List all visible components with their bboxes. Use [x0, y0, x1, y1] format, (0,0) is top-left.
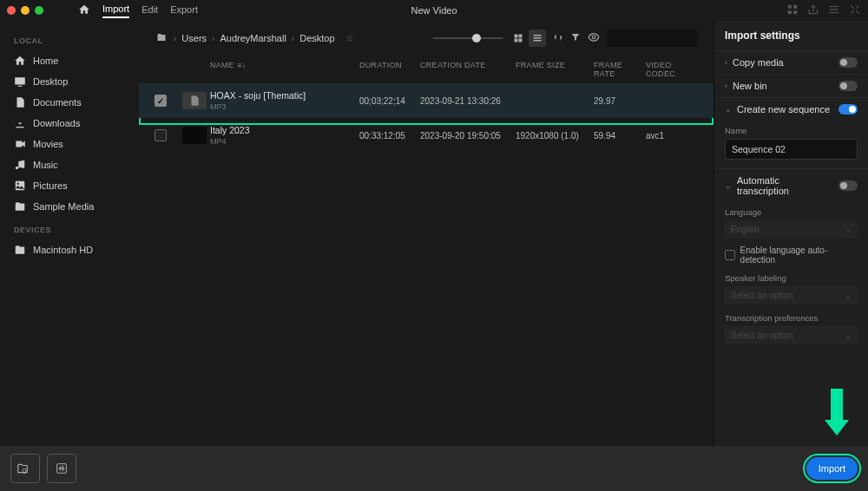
- preview-icon[interactable]: [588, 31, 600, 45]
- row-checkbox[interactable]: [155, 129, 167, 141]
- sidebar-item-documents[interactable]: Documents: [0, 92, 139, 113]
- home-icon[interactable]: [78, 3, 90, 17]
- sidebar: LOCAL Home Desktop Documents Downloads M…: [0, 21, 139, 446]
- sidebar-item-desktop[interactable]: Desktop: [0, 71, 139, 92]
- svg-point-10: [17, 183, 19, 185]
- section-label: Create new sequence: [737, 104, 833, 115]
- section-copy-media[interactable]: › Copy media: [714, 50, 868, 74]
- svg-rect-3: [793, 10, 797, 14]
- sidebar-label: Movies: [33, 139, 63, 149]
- sort-icon[interactable]: [553, 32, 563, 44]
- new-bin-toggle[interactable]: [838, 81, 858, 91]
- thumbnail-size-slider[interactable]: [433, 37, 503, 39]
- maximize-window[interactable]: [35, 6, 43, 15]
- lang-auto-checkbox[interactable]: [725, 250, 735, 260]
- list-view-button[interactable]: [529, 29, 546, 47]
- cell-creation: 2023-09-20 19:50:05: [420, 131, 516, 141]
- fullscreen-icon[interactable]: [849, 3, 861, 17]
- section-create-sequence[interactable]: ⌄ Create new sequence: [714, 97, 868, 121]
- chevron-right-icon: ›: [725, 82, 727, 90]
- cell-duration: 00:33:12:05: [359, 131, 420, 141]
- table-header: NAME≡↓ DURATION CREATION DATE FRAME SIZE…: [139, 56, 713, 83]
- breadcrumb-sep: ›: [292, 34, 294, 43]
- svg-rect-1: [793, 5, 797, 9]
- auto-transcription-toggle[interactable]: [838, 180, 858, 191]
- tab-edit[interactable]: Edit: [141, 4, 158, 17]
- share-icon[interactable]: [807, 3, 819, 17]
- breadcrumb-row: › Users › AudreyMarshall › Desktop ☆: [139, 21, 713, 56]
- close-window[interactable]: [7, 6, 16, 15]
- file-thumbnail: [182, 127, 207, 144]
- filter-icon[interactable]: [570, 32, 581, 44]
- favorite-star-icon[interactable]: ☆: [345, 33, 354, 44]
- copy-media-toggle[interactable]: [838, 57, 858, 68]
- col-name[interactable]: NAME: [210, 61, 233, 69]
- sidebar-item-pictures[interactable]: Pictures: [0, 175, 139, 196]
- file-row[interactable]: Italy 2023 MP4 00:33:12:05 2023-09-20 19…: [139, 118, 713, 153]
- section-new-bin[interactable]: › New bin: [714, 74, 868, 97]
- file-row[interactable]: HOAX - soju [Thematic] MP3 00;03;22;14 2…: [139, 83, 713, 118]
- folder-icon[interactable]: [155, 32, 168, 44]
- tab-export[interactable]: Export: [170, 4, 198, 17]
- chevron-down-icon: ⌄: [725, 105, 732, 114]
- transcription-pref-select[interactable]: Select an option⌄: [725, 326, 858, 344]
- select-value: Select an option: [731, 331, 793, 340]
- sidebar-label: Music: [33, 160, 58, 170]
- svg-rect-12: [519, 35, 523, 38]
- cell-duration: 00;03;22;14: [359, 96, 420, 106]
- section-auto-transcription[interactable]: ⌄ Automatic transcription: [714, 168, 868, 202]
- sidebar-label: Home: [33, 56, 58, 66]
- search-input[interactable]: [607, 29, 698, 47]
- workspace-icon[interactable]: [786, 3, 799, 17]
- sidebar-item-home[interactable]: Home: [0, 50, 139, 71]
- sort-indicator-icon: ≡↓: [237, 61, 246, 69]
- create-sequence-toggle[interactable]: [838, 104, 858, 115]
- sidebar-item-downloads[interactable]: Downloads: [0, 113, 139, 134]
- col-frame-rate[interactable]: FRAME RATE: [594, 61, 646, 78]
- sequence-name-input[interactable]: [725, 139, 858, 160]
- col-creation-date[interactable]: CREATION DATE: [420, 61, 516, 78]
- breadcrumb-user[interactable]: AudreyMarshall: [220, 33, 286, 43]
- section-label: New bin: [733, 81, 833, 91]
- import-settings-panel: Import settings › Copy media › New bin ⌄…: [713, 21, 868, 446]
- panel-title: Import settings: [714, 21, 868, 50]
- sidebar-item-macintosh-hd[interactable]: Macintosh HD: [0, 239, 139, 260]
- sidebar-item-sample-media[interactable]: Sample Media: [0, 196, 139, 217]
- sidebar-item-music[interactable]: Music: [0, 154, 139, 175]
- col-frame-size[interactable]: FRAME SIZE: [516, 61, 594, 78]
- cell-codec: avc1: [646, 131, 698, 141]
- minimize-window[interactable]: [21, 6, 30, 15]
- grid-view-button[interactable]: [510, 29, 527, 47]
- row-checkbox[interactable]: [155, 95, 167, 107]
- file-name: Italy 2023: [210, 125, 359, 135]
- col-duration[interactable]: DURATION: [359, 61, 420, 78]
- sidebar-header-local: LOCAL: [0, 28, 139, 50]
- new-bin-button[interactable]: 0: [10, 454, 40, 483]
- sidebar-label: Sample Media: [33, 201, 94, 212]
- sidebar-label: Macintosh HD: [33, 245, 93, 255]
- chevron-right-icon: ›: [725, 58, 727, 67]
- cell-creation: 2023-09-21 13:30:26: [420, 96, 516, 106]
- field-label: Language: [725, 207, 858, 217]
- project-title: New Video: [411, 5, 457, 16]
- svg-rect-4: [830, 6, 839, 7]
- file-ext: MP3: [210, 102, 359, 111]
- cell-framerate: 29.97: [594, 96, 646, 106]
- col-video-codec[interactable]: VIDEO CODEC: [646, 61, 698, 78]
- svg-rect-0: [788, 5, 792, 9]
- file-thumbnail: [182, 92, 207, 109]
- import-button[interactable]: Import: [806, 457, 858, 480]
- svg-rect-14: [519, 39, 523, 43]
- bottom-bar: 0 Import: [0, 446, 868, 491]
- audio-button[interactable]: [47, 454, 76, 483]
- speaker-select[interactable]: Select an option⌄: [725, 286, 858, 304]
- bin-count: 0: [22, 467, 26, 475]
- svg-rect-2: [788, 10, 792, 14]
- list-icon[interactable]: [828, 3, 840, 17]
- tab-import[interactable]: Import: [102, 3, 129, 18]
- breadcrumb-desktop[interactable]: Desktop: [299, 33, 334, 43]
- language-select[interactable]: English⌄: [725, 220, 858, 239]
- cell-framesize: 1920x1080 (1.0): [516, 131, 594, 141]
- sidebar-item-movies[interactable]: Movies: [0, 134, 139, 154]
- breadcrumb-users[interactable]: Users: [181, 33, 207, 43]
